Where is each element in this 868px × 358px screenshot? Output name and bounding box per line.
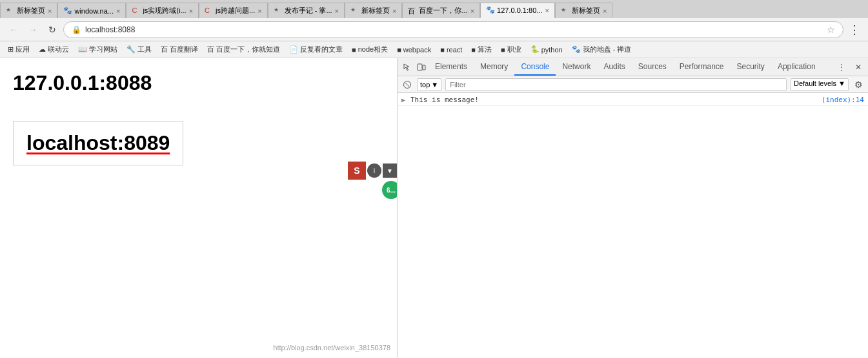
study-icon: 📖 [78,45,87,54]
tab-close-btn[interactable]: × [470,7,474,15]
console-settings-btn[interactable]: ⚙ [853,79,864,90]
address-bar[interactable]: 🔒 localhost:8088 ☆ [63,21,843,38]
tab-close-btn[interactable]: × [392,7,396,15]
bookmark-label: react [447,46,462,54]
python-icon: 🐍 [530,45,540,54]
tab-localhost[interactable]: 🐾 127.0.0.1:80... × [480,3,555,18]
tab-close-btn[interactable]: × [189,7,193,15]
console-output: ▶ This is message! (index):14 [398,93,868,358]
bookmark-star-icon[interactable]: ☆ [827,25,835,35]
bookmark-apps[interactable]: ⊞ 应用 [4,43,34,56]
tab-label: js实现跨域(i... [143,6,186,16]
bookmark-node[interactable]: ■ node相关 [348,43,392,56]
tab-label: 新标签页 [361,6,390,16]
svg-rect-0 [418,64,422,70]
console-expand-btn[interactable]: ▶ [401,96,409,104]
zentao-icon: 🐾 [572,45,581,54]
bookmark-webpack[interactable]: ■ webpack [393,45,435,55]
bookmark-label: node相关 [358,45,388,54]
info-icon[interactable]: i [367,163,381,178]
bookmark-label: 我的地盘 - 禅道 [583,45,632,54]
console-clear-btn[interactable] [401,79,413,90]
browser-toolbar: ← → ↻ 🔒 localhost:8088 ☆ ⋮ [0,18,868,41]
console-filter-input[interactable] [445,78,787,91]
bookmark-label: 学习网站 [89,45,117,54]
tool-icon: 🔧 [126,45,136,54]
tab-console[interactable]: Console [514,58,556,76]
tab-application[interactable]: Application [771,58,822,76]
tab-performance[interactable]: Performance [673,58,731,76]
tab-window[interactable]: 🐾 window.na... × [57,3,126,18]
devtools-close-btn[interactable]: ✕ [851,60,865,74]
tab-favicon: ★ [350,6,359,16]
console-level-dropdown[interactable]: Default levels ▼ [791,78,849,91]
svg-line-3 [405,83,409,87]
tab-close-btn[interactable]: × [335,7,339,15]
career-icon: ■ [501,46,505,54]
console-context-selector[interactable]: top ▼ [417,78,441,91]
page-localhost-heading: localhost:8089 [26,131,170,155]
devtools-tabs: Elements Memory Console Network Audits [429,58,834,76]
reload-button[interactable]: ↻ [44,21,61,38]
baidu-icon: 百 [161,45,168,54]
bookmark-label: 百度一下，你就知道 [216,45,280,54]
cloud-icon: ☁ [39,45,46,54]
tab-new2[interactable]: ★ 新标签页 × [345,3,402,18]
tab-new3[interactable]: ★ 新标签页 × [555,3,612,18]
bookmarks-bar: ⊞ 应用 ☁ 联动云 📖 学习网站 🔧 工具 百 百度翻译 百 百度一下，你就知… [0,41,868,58]
tab-label: 发布手记 - 掌... [285,6,332,16]
back-button[interactable]: ← [5,21,22,38]
tab-memory[interactable]: Memory [474,58,514,76]
bookmark-python[interactable]: 🐍 python [527,44,567,55]
bookmark-tools[interactable]: 🔧 工具 [123,43,156,56]
bookmark-baidu-translate[interactable]: 百 百度翻译 [157,43,202,56]
baidu2-icon: 百 [207,45,214,54]
tab-close-btn[interactable]: × [116,7,120,15]
tab-sources[interactable]: Sources [632,58,673,76]
bookmark-label: 工具 [137,45,152,54]
tab-close-btn[interactable]: × [257,7,261,15]
devtools-panel: Elements Memory Console Network Audits [397,58,868,358]
tab-new1[interactable]: ★ 新标签页 × [0,3,57,18]
devtools-device-mode-btn[interactable] [414,60,429,74]
tab-close-btn[interactable]: × [48,7,52,15]
bookmark-liandong[interactable]: ☁ 联动云 [35,43,73,56]
forward-button[interactable]: → [25,21,41,38]
tab-close-btn[interactable]: × [545,6,549,14]
console-log-text: This is message! [410,96,822,104]
tab-js2[interactable]: C js跨越问题... × [199,3,268,18]
tab-security[interactable]: Security [731,58,771,76]
tab-audits[interactable]: Audits [597,58,631,76]
bookmark-zentao[interactable]: 🐾 我的地盘 - 禅道 [568,43,636,56]
s-icon[interactable]: S [348,162,366,180]
devtools-more-btn[interactable]: ⋮ [834,60,849,74]
console-log-source[interactable]: (index):14 [822,96,864,104]
algorithm-icon: ■ [471,46,476,54]
tab-network[interactable]: Network [556,58,597,76]
bookmark-study[interactable]: 📖 学习网站 [74,43,121,56]
tab-label: 新标签页 [17,6,45,16]
tab-favicon: 🐾 [486,6,495,15]
address-text: localhost:8088 [85,25,823,34]
tab-label: js跨越问题... [216,6,255,16]
bookmark-algorithm[interactable]: ■ 算法 [467,43,496,56]
react-icon: ■ [440,46,445,54]
tab-favicon: C [205,6,214,16]
tab-baidu[interactable]: 百 百度一下，你... × [402,3,480,18]
dropdown-icon[interactable]: ▼ [383,163,397,178]
tab-elements[interactable]: Elements [429,58,474,76]
bookmark-react[interactable]: ■ react [436,45,466,55]
bookmark-career[interactable]: ■ 职业 [497,43,525,56]
bookmark-label: webpack [403,46,431,54]
devtools-select-element-btn[interactable] [400,60,414,74]
level-dropdown-icon: ▼ [838,79,845,87]
bookmark-baidu-search[interactable]: 百 百度一下，你就知道 [203,43,284,56]
tab-js1[interactable]: C js实现跨域(i... × [126,3,199,18]
localhost-box: localhost:8089 [13,121,183,165]
tab-bar: ★ 新标签页 × 🐾 window.na... × C js实现跨域(i... … [0,0,868,18]
tab-close-btn[interactable]: × [603,7,607,15]
context-dropdown-icon: ▼ [431,81,438,89]
bookmark-articles[interactable]: 📄 反复看的文章 [285,43,347,56]
tab-publish[interactable]: ★ 发布手记 - 掌... × [268,3,345,18]
chrome-menu-button[interactable]: ⋮ [846,21,863,38]
